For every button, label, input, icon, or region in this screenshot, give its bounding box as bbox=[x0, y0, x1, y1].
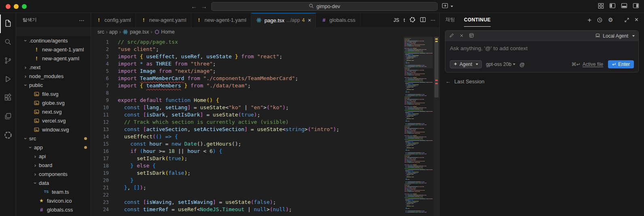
tree-item-app[interactable]: ›app bbox=[16, 143, 91, 152]
tree-item-globe.svg[interactable]: globe.svg bbox=[16, 98, 91, 107]
code-line: 10 const [lang, setLang] = useState<"ko"… bbox=[91, 104, 439, 111]
tree-item-window.svg[interactable]: window.svg bbox=[16, 125, 91, 134]
settings-gear-icon[interactable]: ⚙ bbox=[608, 17, 613, 23]
activity-bar-item-explorer[interactable] bbox=[0, 15, 16, 33]
close-tab-icon[interactable]: × bbox=[308, 17, 311, 23]
tree-item-globals.css[interactable]: #globals.css bbox=[16, 205, 91, 214]
tree-item-favicon.ico[interactable]: ★favicon.ico bbox=[16, 196, 91, 205]
run-debug-icon bbox=[4, 75, 12, 85]
sidebar-title: 탐색기 bbox=[23, 17, 37, 23]
back-button[interactable]: ← bbox=[191, 3, 197, 10]
code-line: 9export default function Home() { bbox=[91, 97, 439, 104]
minimize-window-button[interactable] bbox=[14, 4, 19, 9]
tree-item-.next[interactable]: ›.next bbox=[16, 63, 91, 72]
tree-item-public[interactable]: ›public bbox=[16, 80, 91, 89]
sparkle-icon bbox=[453, 61, 458, 67]
tree-item-src[interactable]: ›src bbox=[16, 134, 91, 143]
edit-icon[interactable] bbox=[449, 33, 454, 39]
tree-item-api[interactable]: ›api bbox=[16, 152, 91, 161]
js-icon[interactable]: JS bbox=[394, 17, 399, 23]
more-actions-icon[interactable]: ⋯ bbox=[79, 17, 85, 23]
explorer-icon bbox=[4, 19, 12, 29]
code-line: 12 // Track which section is currently a… bbox=[91, 119, 439, 126]
breadcrumb-item-src[interactable]: src bbox=[97, 29, 104, 35]
local-agent-selector[interactable]: Local Agent bbox=[595, 33, 635, 39]
forward-button[interactable]: → bbox=[201, 3, 207, 10]
grid-layout-icon[interactable] bbox=[598, 3, 604, 10]
code-line: 18 } else { bbox=[91, 162, 439, 169]
expand-icon[interactable] bbox=[624, 17, 629, 23]
tree-item-data[interactable]: ›data bbox=[16, 178, 91, 187]
tab-continue[interactable]: CONTINUE bbox=[464, 13, 491, 27]
clear-icon[interactable] bbox=[459, 33, 464, 39]
activity-bar-item-continue[interactable] bbox=[0, 126, 16, 145]
enter-button[interactable]: ↵ Enter bbox=[608, 60, 634, 68]
continue-logo-icon[interactable] bbox=[409, 17, 415, 24]
code-line: 16 if (hour >= 18 || hour < 6) { bbox=[91, 148, 439, 155]
t-icon[interactable]: t bbox=[404, 17, 405, 23]
tab-new-agent.yaml[interactable]: !new-agent.yaml bbox=[136, 13, 191, 27]
tab-page.tsx[interactable]: page.tsx.../app4× bbox=[251, 13, 316, 27]
toggle-sidebar-icon[interactable] bbox=[609, 2, 616, 10]
tree-item-file.svg[interactable]: file.svg bbox=[16, 89, 91, 98]
tree-item-.continue/agents[interactable]: ›.continue/agents bbox=[16, 36, 91, 45]
tree-item-new-agent.yaml[interactable]: !new-agent.yaml bbox=[16, 54, 91, 63]
add-context-icon[interactable]: @ bbox=[519, 61, 525, 68]
activity-bar-item-run-debug[interactable] bbox=[0, 70, 16, 89]
tree-item-team.ts[interactable]: TSteam.ts bbox=[16, 187, 91, 196]
command-center-search[interactable]: gimpo-dev bbox=[211, 2, 438, 11]
tree-item-node_modules[interactable]: ›node_modules bbox=[16, 72, 91, 80]
tree-item-next.svg[interactable]: next.svg bbox=[16, 107, 91, 116]
code-line: 7import { teamMembers } from "./data/tea… bbox=[91, 82, 439, 89]
chat-input[interactable]: Ask anything, '@' to add context Agent g… bbox=[445, 41, 638, 72]
activity-bar-item-extensions[interactable] bbox=[0, 89, 16, 108]
breadcrumb-item-page.tsx[interactable]: page.tsx bbox=[123, 29, 149, 35]
close-window-button[interactable] bbox=[6, 4, 11, 9]
layout-control[interactable] bbox=[442, 2, 453, 10]
active-file-shortcut[interactable]: ⌘↵ Active file bbox=[572, 61, 603, 67]
tree-item-vercel.svg[interactable]: vercel.svg bbox=[16, 116, 91, 125]
toggle-secondary-sidebar-icon[interactable] bbox=[633, 2, 639, 10]
tab-new-agent-1.yaml[interactable]: !new-agent-1.yaml bbox=[191, 13, 251, 27]
tab-globals.css[interactable]: #globals.css bbox=[316, 13, 360, 27]
image-icon bbox=[33, 127, 40, 132]
toggle-panel-icon[interactable] bbox=[621, 2, 627, 10]
last-session-link[interactable]: ← Last Session bbox=[445, 78, 638, 85]
vscode-window: ← → gimpo-dev 탐색기 ⋯ ›GIM bbox=[0, 0, 644, 216]
tab-chat[interactable]: 채팅 bbox=[445, 13, 455, 27]
tab-config.yaml[interactable]: !config.yaml bbox=[91, 13, 136, 27]
warning-icon: ! bbox=[33, 55, 40, 61]
layout-toggles bbox=[598, 2, 639, 10]
image-icon bbox=[33, 109, 40, 114]
search-value: gimpo-dev bbox=[316, 4, 340, 9]
split-editor-icon[interactable] bbox=[420, 17, 426, 24]
breadcrumb-item-Home[interactable]: Home bbox=[154, 29, 174, 35]
model-selector[interactable]: gpt-oss 20b bbox=[486, 61, 515, 67]
tree-item-board[interactable]: ›board bbox=[16, 161, 91, 169]
history-icon[interactable] bbox=[597, 17, 603, 23]
tree-item-components[interactable]: ›components bbox=[16, 169, 91, 178]
activity-bar-item-stack[interactable] bbox=[0, 108, 16, 126]
typescript-icon: TS bbox=[43, 190, 50, 194]
minimap[interactable] bbox=[404, 38, 433, 216]
shortcut-keys: ⌘↵ bbox=[572, 61, 580, 67]
react-icon bbox=[256, 17, 263, 23]
scrollbar-thumb[interactable] bbox=[434, 37, 439, 97]
modified-dot bbox=[84, 137, 87, 140]
vertical-scrollbar[interactable] bbox=[434, 37, 439, 216]
code-editor[interactable]: 1// src/app/page.tsx2"use client";3impor… bbox=[91, 37, 439, 216]
tree-item-GIMPO-DEV[interactable]: ›GIMPO-DEV bbox=[16, 27, 91, 36]
more-actions-icon[interactable]: ⋯ bbox=[430, 17, 435, 23]
mode-selector[interactable]: Agent bbox=[450, 60, 482, 68]
stack-icon bbox=[4, 112, 12, 122]
activity-bar-item-source-control[interactable] bbox=[0, 52, 16, 70]
tree-item-new-agent-1.yaml[interactable]: !new-agent-1.yaml bbox=[16, 45, 91, 54]
zoom-window-button[interactable] bbox=[22, 4, 27, 9]
activity-bar-item-search[interactable] bbox=[0, 33, 16, 52]
board-icon[interactable] bbox=[469, 33, 474, 39]
code-line: 24 const timerRef = useRef<NodeJS.Timeou… bbox=[91, 206, 439, 213]
tab-bar-tabs: !config.yaml!new-agent.yaml!new-agent-1.… bbox=[91, 13, 360, 27]
close-panel-icon[interactable]: × bbox=[635, 16, 638, 23]
new-session-icon[interactable]: + bbox=[587, 17, 591, 23]
breadcrumb-item-app[interactable]: app bbox=[109, 29, 118, 35]
